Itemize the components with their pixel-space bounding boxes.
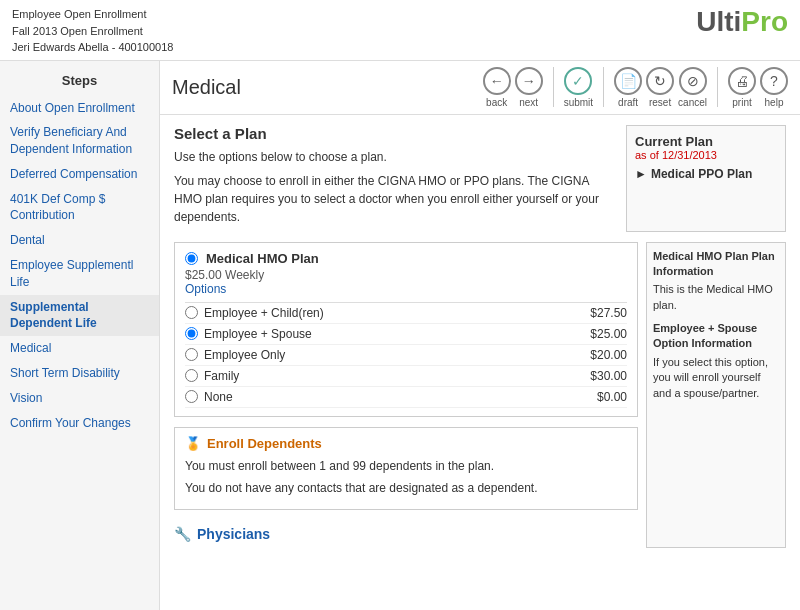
next-button[interactable]: → next <box>515 67 543 108</box>
main-layout: Steps About Open Enrollment Verify Benef… <box>0 61 800 611</box>
cancel-button[interactable]: ⊘ cancel <box>678 67 707 108</box>
current-plan-title: Current Plan <box>635 134 777 149</box>
dependents-title-text: Enroll Dependents <box>207 436 322 451</box>
sidebar-link-vision[interactable]: Vision <box>10 391 42 405</box>
option-text-family: Family <box>204 369 239 383</box>
current-plan-arrow: ► <box>635 167 647 181</box>
logo-pro: Pro <box>741 6 788 37</box>
plan-card: Medical HMO Plan $25.00 Weekly Options E… <box>174 242 638 417</box>
separator-2 <box>603 67 604 107</box>
option-text-emp-children: Employee + Child(ren) <box>204 306 324 320</box>
sidebar-link-dental[interactable]: Dental <box>10 233 45 247</box>
print-icon: 🖨 <box>728 67 756 95</box>
dependents-text2: You do not have any contacts that are de… <box>185 479 627 497</box>
separator-1 <box>553 67 554 107</box>
draft-button[interactable]: 📄 draft <box>614 67 642 108</box>
option-label-emp-children[interactable]: Employee + Child(ren) <box>185 306 567 320</box>
option-text-emp-spouse: Employee + Spouse <box>204 327 312 341</box>
sidebar-link-employee-supp-life[interactable]: Employee Supplementl Life <box>10 258 133 289</box>
option-price-emp-children: $27.50 <box>567 306 627 320</box>
reset-button[interactable]: ↻ reset <box>646 67 674 108</box>
back-label: back <box>486 97 507 108</box>
dependents-title[interactable]: 🏅 Enroll Dependents <box>185 436 627 451</box>
sidebar-item-confirm-changes[interactable]: Confirm Your Changes <box>0 411 159 436</box>
sidebar-link-verify-beneficiary[interactable]: Verify Beneficiary And Dependent Informa… <box>10 125 132 156</box>
select-plan-title: Select a Plan <box>174 125 616 142</box>
option-radio-none[interactable] <box>185 390 198 403</box>
sidebar-link-confirm-changes[interactable]: Confirm Your Changes <box>10 416 131 430</box>
page-title: Medical <box>172 76 483 99</box>
sidebar-item-dental[interactable]: Dental <box>0 228 159 253</box>
option-label-none[interactable]: None <box>185 390 567 404</box>
plan-info-section1: Medical HMO Plan Plan Information This i… <box>653 249 779 314</box>
physicians-icon: 🔧 <box>174 526 191 542</box>
option-label-emp-spouse[interactable]: Employee + Spouse <box>185 327 567 341</box>
option-price-emp-spouse: $25.00 <box>567 327 627 341</box>
option-row-emp-spouse: Employee + Spouse $25.00 <box>185 324 627 345</box>
plan-card-row: Medical HMO Plan $25.00 Weekly Options E… <box>174 242 786 548</box>
separator-3 <box>717 67 718 107</box>
options-link[interactable]: Options <box>185 282 226 296</box>
dependents-section: 🏅 Enroll Dependents You must enroll betw… <box>174 427 638 510</box>
plan-info-text2: If you select this option, you will enro… <box>653 355 779 401</box>
submit-label: submit <box>564 97 593 108</box>
option-price-family: $30.00 <box>567 369 627 383</box>
option-label-family[interactable]: Family <box>185 369 567 383</box>
back-button[interactable]: ← back <box>483 67 511 108</box>
plan-description: Select a Plan Use the options below to c… <box>174 125 616 232</box>
select-plan-desc: Use the options below to choose a plan. <box>174 148 616 166</box>
option-label-emp-only[interactable]: Employee Only <box>185 348 567 362</box>
option-row-emp-children: Employee + Child(ren) $27.50 <box>185 303 627 324</box>
sidebar-item-short-term-disability[interactable]: Short Term Disability <box>0 361 159 386</box>
next-icon: → <box>515 67 543 95</box>
submit-icon: ✓ <box>564 67 592 95</box>
option-radio-family[interactable] <box>185 369 198 382</box>
sidebar-item-verify-beneficiary[interactable]: Verify Beneficiary And Dependent Informa… <box>0 120 159 162</box>
sidebar-item-401k[interactable]: 401K Def Comp $ Contribution <box>0 187 159 229</box>
plan-radio[interactable] <box>185 252 198 265</box>
sidebar-link-short-term-disability[interactable]: Short Term Disability <box>10 366 120 380</box>
draft-label: draft <box>618 97 638 108</box>
physicians-link[interactable]: Physicians <box>197 526 270 542</box>
option-price-emp-only: $20.00 <box>567 348 627 362</box>
next-label: next <box>519 97 538 108</box>
sidebar-link-about-open-enrollment[interactable]: About Open Enrollment <box>10 101 135 115</box>
sidebar-item-supp-dep-life[interactable]: Supplemental Dependent Life <box>0 295 159 337</box>
cancel-icon: ⊘ <box>679 67 707 95</box>
plan-info-title2: Employee + Spouse Option Information <box>653 321 779 352</box>
sidebar-item-medical[interactable]: Medical <box>0 336 159 361</box>
option-radio-emp-spouse[interactable] <box>185 327 198 340</box>
help-icon: ? <box>760 67 788 95</box>
plan-info-text1: This is the Medical HMO plan. <box>653 282 779 313</box>
submit-button[interactable]: ✓ submit <box>564 67 593 108</box>
plan-name: Medical HMO Plan <box>206 251 319 266</box>
toolbar: Medical ← back → next ✓ submit 📄 <box>160 61 800 115</box>
sidebar-item-about-open-enrollment[interactable]: About Open Enrollment <box>0 96 159 121</box>
header-line1: Employee Open Enrollment <box>12 6 173 23</box>
print-button[interactable]: 🖨 print <box>728 67 756 108</box>
dependents-text1: You must enroll between 1 and 99 depende… <box>185 457 627 475</box>
back-icon: ← <box>483 67 511 95</box>
content-area: Medical ← back → next ✓ submit 📄 <box>160 61 800 611</box>
reset-label: reset <box>649 97 671 108</box>
sidebar: Steps About Open Enrollment Verify Benef… <box>0 61 160 611</box>
sidebar-title: Steps <box>0 69 159 96</box>
ultipro-logo: UltiPro <box>696 6 788 38</box>
sidebar-link-deferred-compensation[interactable]: Deferred Compensation <box>10 167 137 181</box>
plan-card-header: Medical HMO Plan <box>185 251 627 266</box>
current-plan-name[interactable]: ► Medical PPO Plan <box>635 167 777 181</box>
option-text-none: None <box>204 390 233 404</box>
sidebar-item-deferred-compensation[interactable]: Deferred Compensation <box>0 162 159 187</box>
header-line2: Fall 2013 Open Enrollment <box>12 23 173 40</box>
content-body: Select a Plan Use the options below to c… <box>160 115 800 568</box>
sidebar-item-vision[interactable]: Vision <box>0 386 159 411</box>
sidebar-link-medical[interactable]: Medical <box>10 341 51 355</box>
current-plan-name-text: Medical PPO Plan <box>651 167 752 181</box>
sidebar-link-401k[interactable]: 401K Def Comp $ Contribution <box>10 192 105 223</box>
plan-card-main: Medical HMO Plan $25.00 Weekly Options E… <box>174 242 638 548</box>
sidebar-item-employee-supp-life[interactable]: Employee Supplementl Life <box>0 253 159 295</box>
help-button[interactable]: ? help <box>760 67 788 108</box>
option-radio-emp-children[interactable] <box>185 306 198 319</box>
option-radio-emp-only[interactable] <box>185 348 198 361</box>
sidebar-link-supp-dep-life[interactable]: Supplemental Dependent Life <box>10 300 97 331</box>
